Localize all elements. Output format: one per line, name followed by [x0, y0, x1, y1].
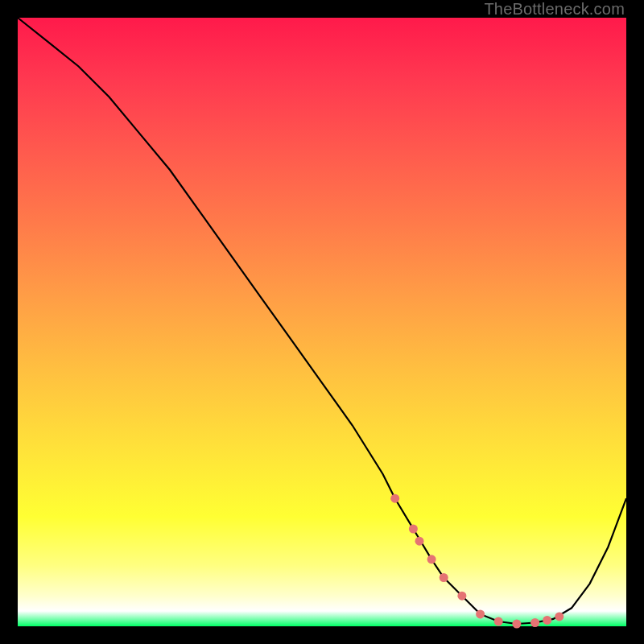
highlight-dot: [555, 612, 564, 621]
chart-overlay-svg: [18, 18, 626, 626]
highlight-dot: [415, 537, 424, 546]
highlight-marker-group: [390, 494, 564, 629]
highlight-dot: [457, 592, 466, 601]
chart-plot-area: [18, 18, 626, 626]
highlight-dot: [494, 617, 503, 626]
highlight-dot: [530, 618, 539, 627]
watermark-text: TheBottleneck.com: [484, 0, 625, 19]
highlight-dot: [427, 555, 436, 564]
highlight-dot: [390, 494, 399, 503]
highlight-dot: [440, 573, 448, 582]
highlight-dot: [409, 525, 418, 534]
highlight-dot: [543, 616, 551, 625]
highlight-dot: [512, 620, 521, 629]
highlight-dot: [476, 609, 485, 618]
bottleneck-curve-line: [18, 18, 626, 624]
